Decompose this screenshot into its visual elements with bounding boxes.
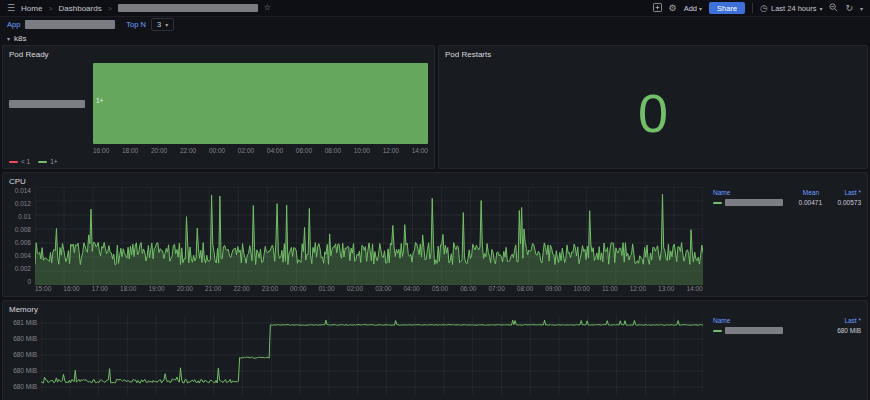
cpu-chart: 0.0140.0120.010.0080.0060.0040.0020 Name… — [9, 187, 861, 285]
series-name-redacted — [725, 327, 783, 334]
tick-label: 08:00 — [517, 285, 533, 294]
panel-row-2: CPU 0.0140.0120.010.0080.0060.0040.0020 … — [2, 172, 868, 297]
pod-restarts-stat: 0 — [445, 60, 861, 166]
tick-label: 680 MiB — [9, 363, 37, 379]
memory-panel: Memory 681 MiB680 MiB680 MiB680 MiB680 M… — [2, 300, 868, 400]
tick-label: 680 MiB — [9, 379, 37, 395]
clock-icon: ◷ — [760, 4, 768, 13]
x-axis-ticks: 16:0018:0020:0022:0000:0002:0004:0006:00… — [93, 147, 428, 156]
legend-header-last[interactable]: Last * — [819, 189, 861, 196]
hamburger-menu-icon[interactable]: ☰ — [7, 4, 15, 13]
legend-headers: Name Mean Last * — [713, 189, 861, 196]
panel-title[interactable]: Pod Ready — [9, 49, 428, 60]
time-range-label: Last 24 hours — [771, 4, 816, 13]
breadcrumb-home[interactable]: Home — [21, 4, 42, 13]
tick-label: 21:00 — [205, 285, 221, 294]
y-axis-ticks: 681 MiB680 MiB680 MiB680 MiB680 MiB — [9, 315, 41, 400]
tick-label: 0.004 — [15, 252, 31, 259]
legend-header-mean[interactable]: Mean — [777, 189, 819, 196]
panel-title[interactable]: Memory — [9, 304, 861, 315]
legend-row[interactable]: 0.00471 0.00573 — [713, 199, 861, 206]
tick-label: 04:00 — [403, 285, 419, 294]
pod-ready-category-axis — [9, 60, 93, 147]
tick-label: 04:00 — [267, 147, 283, 156]
tick-label: 10:00 — [354, 147, 370, 156]
breadcrumb-separator: > — [108, 5, 112, 12]
pod-ready-legend: < 1 1+ — [9, 156, 428, 166]
tick-label: 12:00 — [383, 147, 399, 156]
tick-label: 0.002 — [15, 265, 31, 272]
tick-label: 16:00 — [63, 285, 79, 294]
pod-name-redacted — [9, 100, 85, 108]
tick-label: 20:00 — [177, 285, 193, 294]
tick-label: 09:00 — [545, 285, 561, 294]
legend-item-ge1[interactable]: 1+ — [38, 158, 57, 165]
app-variable-value-redacted[interactable] — [25, 20, 115, 29]
app-variable-label: App — [7, 20, 20, 29]
dashboard-row-k8s[interactable]: ▾ k8s — [0, 32, 870, 45]
add-button[interactable]: Add ▾ — [684, 4, 702, 13]
tick-label: 22:00 — [233, 285, 249, 294]
share-button[interactable]: Share — [709, 2, 745, 14]
stat-value: 0 — [638, 86, 668, 140]
chevron-down-icon[interactable]: ▾ — [860, 5, 863, 12]
settings-gear-icon[interactable]: ⚙ — [669, 4, 677, 13]
tick-label: 22:00 — [180, 147, 196, 156]
refresh-icon[interactable]: ↻ — [845, 4, 853, 13]
legend-swatch-green — [713, 330, 722, 332]
legend-header-last[interactable]: Last * — [819, 317, 861, 324]
dashboard-variables-toolbar: App Top N 3 ▾ — [0, 17, 870, 32]
tick-label: 15:00 — [35, 285, 51, 294]
memory-legend: Name Last * 680 MiB — [703, 315, 861, 400]
tick-label: 05:00 — [432, 285, 448, 294]
legend-row[interactable]: 680 MiB — [713, 327, 861, 334]
topn-variable-dropdown[interactable]: 3 ▾ — [151, 18, 174, 31]
legend-header-name[interactable]: Name — [713, 189, 777, 196]
legend-series — [713, 199, 783, 206]
panel-add-icon[interactable] — [653, 3, 662, 14]
legend-swatch-red — [9, 161, 18, 163]
legend-last-value: 680 MiB — [819, 327, 861, 334]
memory-plot-area[interactable] — [41, 315, 703, 400]
tick-label: 11:00 — [602, 285, 618, 294]
y-axis-ticks: 0.0140.0120.010.0080.0060.0040.0020 — [9, 187, 35, 285]
x-axis-ticks: 15:0016:0017:0018:0019:0020:0021:0022:00… — [35, 285, 703, 294]
chevron-down-icon: ▾ — [699, 6, 702, 12]
tick-label: 06:00 — [296, 147, 312, 156]
pod-restarts-panel: Pod Restarts 0 — [438, 45, 868, 169]
tick-label: 680 MiB — [9, 331, 37, 347]
panel-title[interactable]: CPU — [9, 176, 861, 187]
tick-label: 14:00 — [412, 147, 428, 156]
tick-label: 18:00 — [122, 147, 138, 156]
tick-label: 17:00 — [92, 285, 108, 294]
legend-item-lt1[interactable]: < 1 — [9, 158, 30, 165]
top-nav-bar: ☰ Home > Dashboards > ☆ ⚙ Add ▾ Share ◷ … — [0, 0, 870, 17]
tick-label: 20:00 — [151, 147, 167, 156]
star-icon[interactable]: ☆ — [264, 4, 271, 12]
zoom-out-icon[interactable] — [829, 3, 838, 14]
tick-label: 08:00 — [325, 147, 341, 156]
tick-label: 02:00 — [238, 147, 254, 156]
panel-grid: Pod Ready 1+ 16:0018:0020:0022:0000:0002… — [0, 45, 870, 400]
tick-label: 23:00 — [262, 285, 278, 294]
tick-label: 0 — [27, 278, 31, 285]
cpu-plot-area[interactable] — [35, 187, 703, 285]
tick-label: 10:00 — [574, 285, 590, 294]
legend-label: < 1 — [21, 158, 30, 165]
legend-header-name[interactable]: Name — [713, 317, 819, 324]
row-collapse-icon: ▾ — [7, 35, 10, 42]
memory-timeseries-svg — [41, 315, 703, 395]
state-timeline-plot[interactable]: 1+ — [93, 60, 428, 147]
tick-label: 00:00 — [209, 147, 225, 156]
panel-title[interactable]: Pod Restarts — [445, 49, 861, 60]
chevron-down-icon: ▾ — [165, 21, 168, 28]
tick-label: 19:00 — [148, 285, 164, 294]
tick-label: 06:00 — [460, 285, 476, 294]
tick-label: 02:00 — [347, 285, 363, 294]
breadcrumb-dashboards[interactable]: Dashboards — [59, 4, 102, 13]
legend-swatch-green — [38, 161, 47, 163]
row-title: k8s — [14, 34, 26, 43]
time-range-picker[interactable]: ◷ Last 24 hours ▾ — [760, 4, 822, 13]
tick-label: 13:00 — [658, 285, 674, 294]
breadcrumb-separator: > — [48, 5, 52, 12]
